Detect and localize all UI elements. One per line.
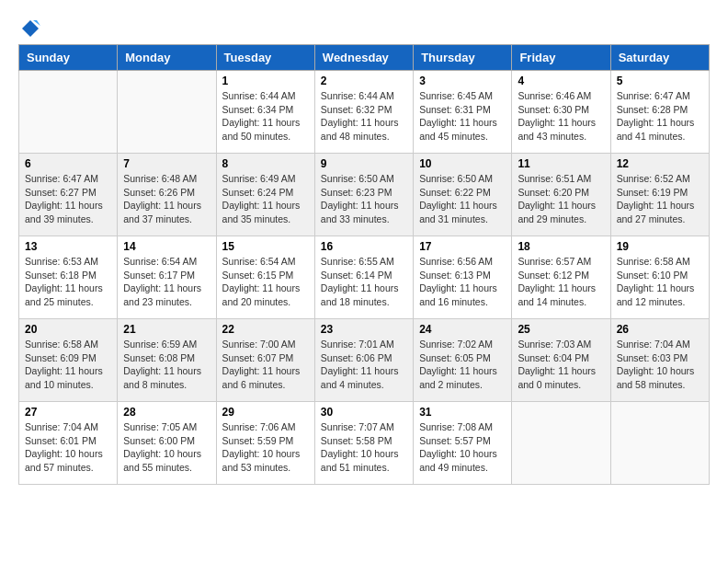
day-detail: Sunrise: 6:46 AM Sunset: 6:30 PM Dayligh…	[518, 89, 604, 144]
day-number: 22	[222, 323, 309, 336]
calendar-day-cell: 6Sunrise: 6:47 AM Sunset: 6:27 PM Daylig…	[19, 154, 118, 236]
calendar-day-cell: 13Sunrise: 6:53 AM Sunset: 6:18 PM Dayli…	[19, 236, 118, 319]
day-number: 31	[419, 406, 506, 419]
day-detail: Sunrise: 6:59 AM Sunset: 6:08 PM Dayligh…	[123, 338, 210, 392]
day-detail: Sunrise: 6:57 AM Sunset: 6:12 PM Dayligh…	[518, 255, 604, 309]
day-detail: Sunrise: 7:05 AM Sunset: 6:00 PM Dayligh…	[123, 420, 210, 475]
weekday-header: Saturday	[610, 45, 709, 71]
calendar-day-cell: 8Sunrise: 6:49 AM Sunset: 6:24 PM Daylig…	[216, 154, 314, 236]
calendar-day-cell: 10Sunrise: 6:50 AM Sunset: 6:22 PM Dayli…	[414, 154, 512, 236]
day-detail: Sunrise: 7:03 AM Sunset: 6:04 PM Dayligh…	[518, 338, 604, 392]
day-detail: Sunrise: 7:07 AM Sunset: 5:58 PM Dayligh…	[321, 420, 407, 475]
day-number: 10	[419, 157, 506, 170]
day-number: 12	[617, 157, 703, 170]
calendar-week-row: 20Sunrise: 6:58 AM Sunset: 6:09 PM Dayli…	[19, 319, 710, 402]
logo	[18, 18, 40, 35]
day-number: 9	[321, 157, 407, 170]
calendar-day-cell: 16Sunrise: 6:55 AM Sunset: 6:14 PM Dayli…	[314, 236, 413, 319]
day-detail: Sunrise: 6:58 AM Sunset: 6:09 PM Dayligh…	[25, 338, 111, 392]
day-number: 13	[25, 240, 111, 253]
calendar-day-cell: 14Sunrise: 6:54 AM Sunset: 6:17 PM Dayli…	[118, 236, 216, 319]
day-number: 21	[123, 323, 210, 336]
calendar-day-cell: 26Sunrise: 7:04 AM Sunset: 6:03 PM Dayli…	[610, 319, 709, 402]
calendar-week-row: 27Sunrise: 7:04 AM Sunset: 6:01 PM Dayli…	[19, 402, 710, 485]
day-detail: Sunrise: 7:06 AM Sunset: 5:59 PM Dayligh…	[222, 420, 309, 475]
calendar-day-cell: 29Sunrise: 7:06 AM Sunset: 5:59 PM Dayli…	[216, 402, 314, 485]
day-number: 19	[617, 240, 703, 253]
day-detail: Sunrise: 6:53 AM Sunset: 6:18 PM Dayligh…	[25, 255, 111, 309]
day-detail: Sunrise: 6:54 AM Sunset: 6:15 PM Dayligh…	[222, 255, 309, 309]
day-detail: Sunrise: 6:55 AM Sunset: 6:14 PM Dayligh…	[321, 255, 407, 309]
calendar-day-cell: 20Sunrise: 6:58 AM Sunset: 6:09 PM Dayli…	[19, 319, 118, 402]
calendar-day-cell: 11Sunrise: 6:51 AM Sunset: 6:20 PM Dayli…	[512, 154, 610, 236]
calendar-day-cell: 30Sunrise: 7:07 AM Sunset: 5:58 PM Dayli…	[314, 402, 413, 485]
weekday-header: Tuesday	[216, 45, 314, 71]
day-number: 14	[123, 240, 210, 253]
calendar-day-cell: 31Sunrise: 7:08 AM Sunset: 5:57 PM Dayli…	[414, 402, 512, 485]
calendar-header-row: SundayMondayTuesdayWednesdayThursdayFrid…	[19, 45, 710, 71]
calendar-day-cell	[19, 71, 118, 154]
day-detail: Sunrise: 6:52 AM Sunset: 6:19 PM Dayligh…	[617, 172, 703, 226]
day-number: 29	[222, 406, 309, 419]
calendar-day-cell: 17Sunrise: 6:56 AM Sunset: 6:13 PM Dayli…	[414, 236, 512, 319]
page-header	[18, 18, 710, 35]
day-number: 3	[419, 75, 506, 87]
day-number: 5	[617, 75, 703, 87]
calendar-week-row: 13Sunrise: 6:53 AM Sunset: 6:18 PM Dayli…	[19, 236, 710, 319]
weekday-header: Monday	[118, 45, 216, 71]
calendar-day-cell	[610, 402, 709, 485]
day-detail: Sunrise: 6:54 AM Sunset: 6:17 PM Dayligh…	[123, 255, 210, 309]
calendar-day-cell: 24Sunrise: 7:02 AM Sunset: 6:05 PM Dayli…	[414, 319, 512, 402]
day-number: 7	[123, 157, 210, 170]
day-detail: Sunrise: 6:44 AM Sunset: 6:34 PM Dayligh…	[222, 89, 309, 144]
day-detail: Sunrise: 6:48 AM Sunset: 6:26 PM Dayligh…	[123, 172, 210, 226]
day-detail: Sunrise: 6:50 AM Sunset: 6:23 PM Dayligh…	[321, 172, 407, 226]
day-number: 25	[518, 323, 604, 336]
calendar-day-cell: 9Sunrise: 6:50 AM Sunset: 6:23 PM Daylig…	[314, 154, 413, 236]
calendar-day-cell: 28Sunrise: 7:05 AM Sunset: 6:00 PM Dayli…	[118, 402, 216, 485]
day-number: 18	[518, 240, 604, 253]
calendar-day-cell: 3Sunrise: 6:45 AM Sunset: 6:31 PM Daylig…	[414, 71, 512, 154]
weekday-header: Thursday	[414, 45, 512, 71]
calendar-day-cell: 7Sunrise: 6:48 AM Sunset: 6:26 PM Daylig…	[118, 154, 216, 236]
day-detail: Sunrise: 7:00 AM Sunset: 6:07 PM Dayligh…	[222, 338, 309, 392]
day-detail: Sunrise: 6:47 AM Sunset: 6:28 PM Dayligh…	[617, 89, 703, 144]
day-number: 27	[25, 406, 111, 419]
day-detail: Sunrise: 6:47 AM Sunset: 6:27 PM Dayligh…	[25, 172, 111, 226]
day-number: 23	[321, 323, 407, 336]
day-number: 17	[419, 240, 506, 253]
day-number: 24	[419, 323, 506, 336]
calendar-day-cell: 25Sunrise: 7:03 AM Sunset: 6:04 PM Dayli…	[512, 319, 610, 402]
day-number: 1	[222, 75, 309, 87]
day-detail: Sunrise: 6:56 AM Sunset: 6:13 PM Dayligh…	[419, 255, 506, 309]
day-detail: Sunrise: 7:01 AM Sunset: 6:06 PM Dayligh…	[321, 338, 407, 392]
weekday-header: Friday	[512, 45, 610, 71]
day-number: 4	[518, 75, 604, 87]
day-number: 11	[518, 157, 604, 170]
calendar-day-cell: 18Sunrise: 6:57 AM Sunset: 6:12 PM Dayli…	[512, 236, 610, 319]
day-number: 2	[321, 75, 407, 87]
day-detail: Sunrise: 7:04 AM Sunset: 6:01 PM Dayligh…	[25, 420, 111, 475]
day-detail: Sunrise: 6:45 AM Sunset: 6:31 PM Dayligh…	[419, 89, 506, 144]
calendar-table: SundayMondayTuesdayWednesdayThursdayFrid…	[18, 44, 710, 485]
calendar-day-cell: 4Sunrise: 6:46 AM Sunset: 6:30 PM Daylig…	[512, 71, 610, 154]
day-detail: Sunrise: 6:51 AM Sunset: 6:20 PM Dayligh…	[518, 172, 604, 226]
day-detail: Sunrise: 6:50 AM Sunset: 6:22 PM Dayligh…	[419, 172, 506, 226]
day-number: 20	[25, 323, 111, 336]
day-detail: Sunrise: 6:58 AM Sunset: 6:10 PM Dayligh…	[617, 255, 703, 309]
calendar-day-cell: 22Sunrise: 7:00 AM Sunset: 6:07 PM Dayli…	[216, 319, 314, 402]
day-number: 8	[222, 157, 309, 170]
calendar-day-cell: 12Sunrise: 6:52 AM Sunset: 6:19 PM Dayli…	[610, 154, 709, 236]
svg-marker-0	[22, 20, 39, 37]
calendar-day-cell	[512, 402, 610, 485]
calendar-day-cell: 1Sunrise: 6:44 AM Sunset: 6:34 PM Daylig…	[216, 71, 314, 154]
weekday-header: Wednesday	[314, 45, 413, 71]
calendar-day-cell: 23Sunrise: 7:01 AM Sunset: 6:06 PM Dayli…	[314, 319, 413, 402]
calendar-day-cell	[118, 71, 216, 154]
day-detail: Sunrise: 7:02 AM Sunset: 6:05 PM Dayligh…	[419, 338, 506, 392]
day-detail: Sunrise: 7:08 AM Sunset: 5:57 PM Dayligh…	[419, 420, 506, 475]
day-number: 6	[25, 157, 111, 170]
day-detail: Sunrise: 6:49 AM Sunset: 6:24 PM Dayligh…	[222, 172, 309, 226]
day-number: 30	[321, 406, 407, 419]
weekday-header: Sunday	[19, 45, 118, 71]
